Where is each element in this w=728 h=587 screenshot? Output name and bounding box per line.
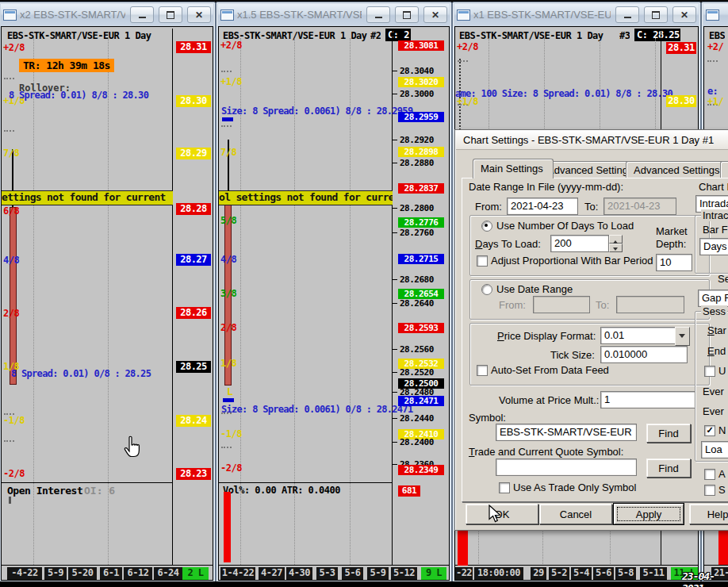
n-checkbox-label[interactable]: N <box>718 424 726 436</box>
chart4-header: EBS <box>709 30 725 41</box>
dialog-titlebar[interactable]: Chart Settings - EBS-STK-SMART/VSE-EUR 1… <box>456 131 728 150</box>
chart1-plot-area[interactable]: EBS-STK-SMART/VSE-EUR 1 Day +2/8 +1/8 7/… <box>1 26 213 581</box>
spin-up-icon[interactable] <box>609 235 623 244</box>
subchart-title: Open Interest <box>7 485 82 497</box>
gap-fill-combo[interactable]: Gap F <box>698 290 728 307</box>
use-days-radio[interactable] <box>481 221 492 232</box>
close-button[interactable]: ✕ <box>672 6 696 23</box>
minimize-button[interactable] <box>615 6 639 23</box>
price-axis-line <box>172 29 173 566</box>
volume-mult-field[interactable]: 1 <box>600 391 695 409</box>
adjust-proportional-checkbox[interactable] <box>477 255 488 267</box>
use-days-radio-label[interactable]: Use Number Of Days To Load <box>496 220 634 232</box>
bar-period-combo[interactable]: Days <box>699 238 728 255</box>
status-date: 23-04-2021 <box>682 570 728 587</box>
axis-label: 1-4-22 <box>220 567 255 580</box>
chart2-plot-area[interactable]: EBS-STK-SMART/VSE-EUR 1 Day #2 C: 2 L +2… <box>218 26 450 581</box>
maximize-button[interactable] <box>644 6 668 23</box>
ask-size-bar <box>223 398 234 402</box>
price-label: 28.3081 <box>398 40 444 51</box>
apply-button[interactable]: Apply <box>614 504 684 524</box>
close-button[interactable]: ✕ <box>423 6 447 23</box>
window3-titlebar[interactable]: x1 EBS-STK-SMART/VSE-EUR 1 D... ✕ <box>454 4 699 25</box>
help-button[interactable]: Help <box>689 504 728 524</box>
use-date-range-label[interactable]: Use Date Range <box>496 283 573 295</box>
tab-next-partial[interactable] <box>720 161 728 178</box>
from2-field <box>533 296 590 313</box>
trade-only-checkbox[interactable] <box>499 482 510 493</box>
adjust-proportional-label[interactable]: Adjust Proportional With Bar Period <box>491 255 653 267</box>
maximize-icon <box>403 11 411 19</box>
axis-label: -4-22 <box>7 567 42 580</box>
tab-advanced-settings-2[interactable]: Advanced Settings 2 <box>626 161 728 178</box>
tick-dots <box>707 60 718 62</box>
use-checkbox[interactable] <box>704 366 715 377</box>
octave-label: 5/8 <box>220 215 236 226</box>
bars-remaining-badge: 9 L <box>421 567 446 580</box>
trade-only-label[interactable]: Use As Trade Only Symbol <box>513 481 636 493</box>
market-depth-field[interactable]: 10 <box>656 254 692 271</box>
price-tick: 28.2400 <box>400 437 434 447</box>
days-to-load-field[interactable]: 200 <box>550 235 609 252</box>
octave-label: -1/8 <box>220 428 242 439</box>
volume-bar <box>718 531 728 566</box>
chart-window-2: x1.5 EBS-STK-SMART/VSE-EU... ✕ EBS-STK-S… <box>216 2 452 583</box>
tab-advanced-settings[interactable]: Advanced Settings <box>539 161 640 178</box>
symbol-field[interactable]: EBS-STK-SMART/VSE-EUR <box>496 424 637 441</box>
minimize-button[interactable] <box>130 6 154 23</box>
s-checkbox[interactable] <box>704 485 715 496</box>
window2-title: x1.5 EBS-STK-SMART/VSE-EU... <box>237 9 362 21</box>
close-button[interactable]: ✕ <box>187 6 211 23</box>
from-date-field[interactable]: 2021-04-23 <box>507 198 578 215</box>
s-checkbox-label[interactable]: S <box>718 484 726 496</box>
price-label: 28.30 <box>666 95 696 107</box>
ok-button[interactable]: OK <box>466 504 538 524</box>
low-marker: L <box>227 386 232 397</box>
dialog-title: Chart Settings - EBS-STK-SMART/VSE-EUR 1… <box>463 134 714 146</box>
find-trade-symbol-button[interactable]: Find <box>646 458 691 478</box>
cancel-button[interactable]: Cancel <box>539 504 612 524</box>
window4-titlebar[interactable] <box>703 4 728 25</box>
price-tick: 28.3040 <box>400 66 434 76</box>
chart2-number: #2 <box>370 30 381 41</box>
axis-label: 6-1 <box>100 567 122 580</box>
window2-titlebar[interactable]: x1.5 EBS-STK-SMART/VSE-EU... ✕ <box>218 4 450 25</box>
octave-label: +1/ <box>707 96 723 107</box>
trade-symbol-field[interactable] <box>496 458 637 476</box>
days-to-load-label: Days To Load: <box>475 238 541 250</box>
load-field[interactable]: Loa <box>701 441 728 458</box>
gridline <box>544 38 545 130</box>
minimize-button[interactable] <box>366 6 390 23</box>
to2-label: To: <box>596 299 609 311</box>
spin-down-icon[interactable] <box>609 244 623 252</box>
price-label: 28.24 <box>176 415 211 427</box>
n-checkbox[interactable]: ✓ <box>704 425 715 436</box>
tick-size-field[interactable]: 0.010000 <box>600 346 688 363</box>
price-display-format-combo[interactable]: 0.01 <box>600 327 680 344</box>
combo-arrow-icon[interactable] <box>675 327 690 346</box>
price-tick: 28.2520 <box>400 367 434 378</box>
gridline <box>489 38 489 130</box>
volume-subchart-title: Vol%: 0.00 ATR: 0.0400 <box>223 485 340 496</box>
autoset-label[interactable]: Auto-Set From Data Feed <box>491 364 609 376</box>
autoset-checkbox[interactable] <box>477 365 488 376</box>
maximize-icon <box>652 11 660 19</box>
window1-titlebar[interactable]: x2 EBS-STK-SMART/VS... ✕ <box>1 4 213 25</box>
price-label: 28.2715 <box>398 254 444 264</box>
tab-main-settings[interactable]: Main Settings <box>473 159 554 178</box>
settings-warning-banner: ettings not found for current <box>2 190 173 205</box>
maximize-button[interactable] <box>159 6 182 23</box>
a-checkbox[interactable] <box>704 469 715 480</box>
days-to-load-spinner[interactable] <box>609 235 623 252</box>
session-group-label: Sess <box>701 305 727 317</box>
chart-window-1: x2 EBS-STK-SMART/VS... ✕ EBS-STK-SMART/V… <box>0 2 216 583</box>
use-date-range-radio[interactable] <box>481 284 492 295</box>
a-checkbox-label[interactable]: A <box>718 468 726 480</box>
to-label: To: <box>584 201 598 213</box>
maximize-button[interactable] <box>395 6 419 23</box>
time-axis-line <box>455 565 698 566</box>
use-checkbox-label[interactable]: U <box>718 365 726 377</box>
find-symbol-button[interactable]: Find <box>646 424 691 443</box>
price-tick: 28.3000 <box>400 89 434 99</box>
octave-label: 6/8 <box>3 205 19 217</box>
